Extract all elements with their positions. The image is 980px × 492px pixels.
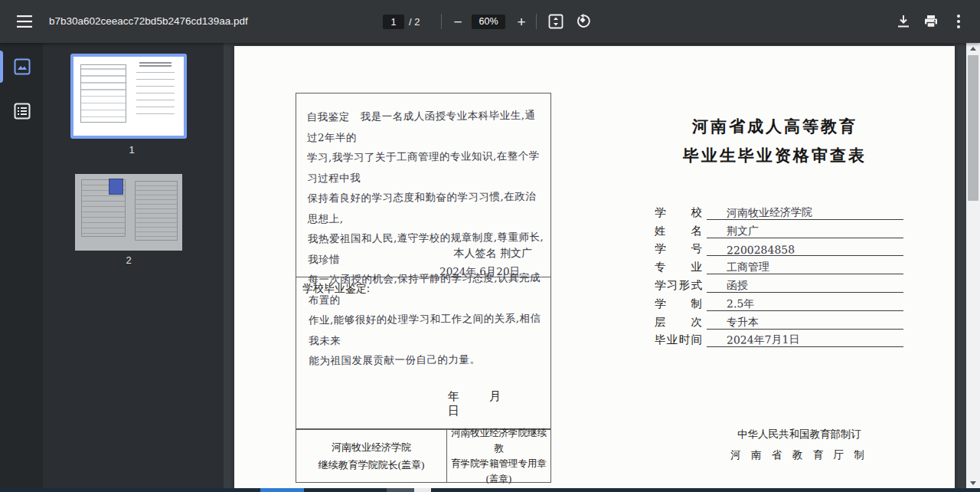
fit-page-icon — [548, 14, 564, 29]
stamp-box-right: 河南牧业经济学院继续教 育学院学籍管理专用章 (盖章) — [447, 430, 550, 482]
form-row-duration: 学制 2.5年 — [655, 293, 903, 311]
pdf-content-area: 自我鉴定 我是一名成人函授专业本科毕业生,通过2年半的 学习,我学习了关于工商管… — [224, 43, 980, 488]
thumbnails-panel: 1 2 — [43, 43, 224, 488]
zoom-out-button[interactable]: − — [444, 8, 472, 35]
taskbar-segment[interactable] — [387, 488, 414, 492]
plus-icon: + — [517, 15, 525, 29]
form-row-level: 层次 专升本 — [655, 311, 903, 330]
signature-name: 荆文广 — [500, 247, 532, 259]
download-icon — [897, 15, 910, 28]
print-button[interactable] — [917, 8, 945, 35]
minus-icon: − — [453, 15, 462, 29]
form-footer: 中华人民共和国教育部制订 河 南 省 教 育 厅 制 — [694, 428, 905, 462]
scroll-up-arrow-icon — [970, 47, 976, 51]
form-row-name: 姓名 荆文广 — [655, 220, 903, 238]
sidebar-icon-strip — [0, 43, 43, 488]
rotate-button[interactable] — [570, 8, 597, 35]
pdf-viewer-window: b7b30a602ceeacc72bd5b2476cd139aa.pdf / 2… — [0, 0, 980, 492]
download-button[interactable] — [890, 8, 917, 35]
rotate-counterclockwise-icon — [576, 14, 592, 30]
form-title: 河南省成人高等教育 毕业生毕业资格审查表 — [579, 112, 971, 170]
form-row-major: 专业 工商管理 — [655, 256, 903, 274]
thumbnails-icon — [13, 57, 31, 76]
form-row-student-id: 学号 2200284858 — [655, 238, 903, 257]
thumbnail-1-right-block — [136, 69, 175, 120]
stamp-box-left: 河南牧业经济学院 继续教育学院院长(盖章) — [296, 430, 447, 482]
form-row-school: 学校 河南牧业经济学院 — [655, 202, 903, 220]
kebab-menu-icon — [957, 15, 960, 28]
scroll-down-button[interactable] — [966, 477, 980, 488]
signature-line: 本人签名 荆文广 — [454, 247, 532, 261]
toolbar-divider — [441, 14, 442, 29]
scroll-up-button[interactable] — [966, 43, 980, 54]
fit-to-page-button[interactable] — [542, 8, 570, 35]
pdf-page-1: 自我鉴定 我是一名成人函授专业本科毕业生,通过2年半的 学习,我学习了关于工商管… — [234, 46, 955, 488]
page-count-label: / 2 — [409, 16, 420, 28]
vertical-scrollbar[interactable] — [966, 43, 980, 488]
pdf-toolbar: b7b30a602ceeacc72bd5b2476cd139aa.pdf / 2… — [0, 0, 980, 43]
thumbnail-2-label: 2 — [67, 254, 190, 266]
toolbar-divider — [536, 14, 537, 29]
taskbar-active-app-segment[interactable] — [260, 488, 304, 492]
school-appraisal-label: 学校毕业鉴定: — [302, 282, 370, 296]
document-title: b7b30a602ceeacc72bd5b2476cd139aa.pdf — [49, 15, 248, 27]
print-icon — [924, 15, 938, 28]
form-row-graduation-date: 毕业时间 2024年7月1日 — [655, 330, 903, 348]
thumbnail-1-label: 1 — [70, 144, 193, 156]
scrollbar-thumb[interactable] — [968, 55, 978, 201]
taskbar-segment[interactable] — [414, 488, 431, 492]
form-fields: 学校 河南牧业经济学院 姓名 荆文广 学号 2200284858 专业 工商管理… — [655, 202, 903, 347]
thumbnail-2-grid — [135, 181, 178, 241]
stamp-boxes: 河南牧业经济学院 继续教育学院院长(盖章) 河南牧业经济学院继续教 育学院学籍管… — [296, 429, 551, 483]
thumbnails-pane-button[interactable] — [11, 55, 34, 78]
scroll-down-arrow-icon — [970, 481, 976, 485]
zoom-in-button[interactable]: + — [508, 8, 535, 35]
more-options-button[interactable] — [945, 8, 972, 35]
zoom-level-field[interactable]: 60% — [472, 15, 505, 29]
school-appraisal-box: 学校毕业鉴定: 年 月 日 — [296, 277, 551, 429]
page-thumbnail-1[interactable] — [70, 54, 187, 139]
page-thumbnail-2[interactable] — [75, 174, 182, 251]
thumbnail-1-title-lines — [139, 62, 172, 67]
hamburger-icon — [17, 15, 32, 28]
thumbnail-1-left-block — [80, 64, 126, 123]
document-outline-icon — [13, 102, 31, 120]
form-row-study-mode: 学习形式 函授 — [655, 274, 903, 293]
thumbnail-2-photo — [109, 179, 123, 195]
self-evaluation-box: 自我鉴定 我是一名成人函授专业本科毕业生,通过2年半的 学习,我学习了关于工商管… — [296, 93, 551, 277]
date-placeholder: 年 月 日 — [448, 389, 550, 418]
taskbar-edge — [0, 488, 980, 492]
page-number-input[interactable] — [383, 15, 404, 29]
active-pane-indicator — [0, 51, 3, 83]
outline-pane-button[interactable] — [11, 100, 34, 123]
menu-button[interactable] — [11, 8, 38, 35]
